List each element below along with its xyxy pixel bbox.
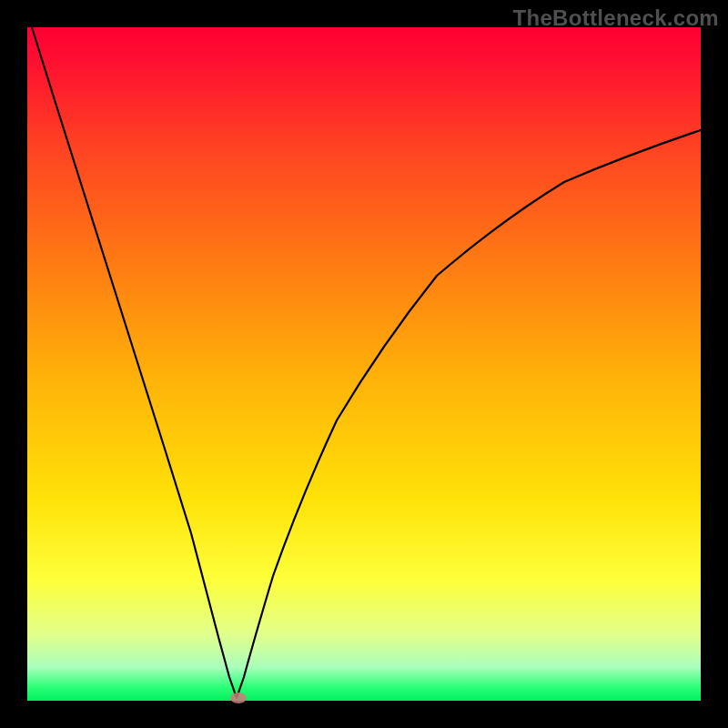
bottleneck-curve	[0, 0, 728, 728]
curve-path	[32, 27, 701, 698]
cusp-marker	[230, 693, 247, 703]
